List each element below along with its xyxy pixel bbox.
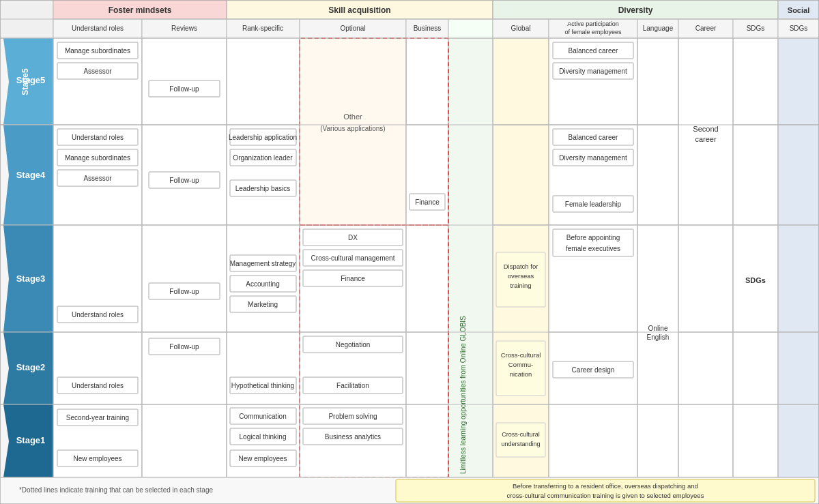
svg-text:Leadership application: Leadership application: [229, 134, 297, 141]
svg-rect-197: [733, 404, 778, 477]
svg-text:Negotiation: Negotiation: [336, 341, 371, 349]
svg-text:overseas: overseas: [508, 272, 534, 280]
svg-text:Second-year training: Second-year training: [66, 414, 129, 421]
svg-text:Reviews: Reviews: [171, 25, 197, 32]
svg-text:Balanced career: Balanced career: [569, 47, 618, 55]
svg-text:New employees: New employees: [238, 455, 287, 462]
svg-rect-123: [406, 225, 448, 332]
svg-text:Other: Other: [343, 113, 362, 121]
svg-text:Organization leader: Organization leader: [233, 154, 293, 162]
svg-text:Social: Social: [788, 6, 809, 14]
svg-rect-191: [496, 423, 545, 457]
svg-text:Online: Online: [648, 325, 668, 332]
svg-rect-176: [142, 404, 227, 477]
svg-rect-139: [778, 225, 819, 332]
svg-text:Commu-: Commu-: [508, 361, 533, 368]
svg-rect-94: [637, 125, 678, 225]
svg-text:Second: Second: [693, 125, 718, 133]
svg-text:Stage5: Stage5: [16, 75, 46, 85]
svg-text:Stage2: Stage2: [16, 362, 46, 372]
svg-text:Business analytics: Business analytics: [325, 433, 381, 441]
svg-text:Follow-up: Follow-up: [169, 177, 199, 184]
svg-text:Manage subordinates: Manage subordinates: [65, 154, 130, 162]
svg-text:Accounting: Accounting: [246, 280, 279, 288]
svg-rect-199: [448, 38, 493, 477]
svg-text:Understand roles: Understand roles: [72, 382, 124, 389]
svg-text:Before transferring to a resid: Before transferring to a resident office…: [513, 482, 698, 490]
svg-text:DX: DX: [348, 234, 358, 241]
svg-rect-196: [678, 404, 733, 477]
svg-text:Cross-cultural management: Cross-cultural management: [311, 254, 395, 262]
svg-text:Diversity management: Diversity management: [559, 154, 627, 162]
svg-text:Finance: Finance: [341, 275, 365, 282]
svg-text:Career design: Career design: [572, 366, 615, 374]
svg-text:Career: Career: [695, 25, 717, 32]
svg-text:English: English: [647, 333, 670, 341]
svg-text:Follow-up: Follow-up: [169, 288, 199, 295]
svg-text:Stage1: Stage1: [16, 435, 46, 445]
svg-rect-158: [496, 341, 545, 396]
svg-text:Assessor: Assessor: [83, 175, 112, 182]
svg-text:Cross-cultural: Cross-cultural: [501, 351, 541, 359]
svg-rect-166: [733, 332, 778, 404]
svg-rect-50: [493, 38, 549, 125]
svg-text:Logical thinking: Logical thinking: [240, 433, 287, 441]
svg-rect-49: [406, 38, 448, 125]
svg-text:Global: Global: [511, 25, 531, 32]
svg-text:Understand roles: Understand roles: [72, 25, 124, 32]
svg-rect-157: [406, 332, 448, 404]
svg-text:Diversity: Diversity: [618, 5, 653, 15]
svg-rect-189: [406, 404, 448, 477]
svg-text:Finance: Finance: [415, 198, 440, 206]
svg-text:Marketing: Marketing: [248, 301, 278, 308]
svg-text:Cross-cultural: Cross-cultural: [502, 431, 540, 438]
svg-text:Diversity management: Diversity management: [559, 68, 627, 75]
svg-rect-194: [549, 404, 637, 477]
svg-rect-106: [142, 225, 227, 332]
svg-text:Follow-up: Follow-up: [169, 343, 199, 351]
svg-text:Management strategy: Management strategy: [230, 260, 296, 267]
svg-text:Rank-specific: Rank-specific: [242, 25, 283, 32]
svg-rect-198: [778, 404, 819, 477]
svg-rect-125: [496, 252, 545, 307]
svg-text:career: career: [695, 135, 717, 143]
svg-text:Facilitation: Facilitation: [336, 382, 369, 389]
svg-text:training: training: [510, 282, 531, 289]
svg-rect-167: [778, 332, 819, 404]
svg-text:Balanced career: Balanced career: [569, 134, 618, 141]
svg-text:Understand roles: Understand roles: [72, 311, 124, 318]
svg-rect-47: [227, 38, 300, 125]
svg-rect-99: [778, 125, 819, 225]
svg-text:Foster mindsets: Foster mindsets: [109, 5, 172, 15]
main-container: Foster mindsets Skill acquisition Divers…: [0, 0, 819, 504]
svg-text:Before appointing: Before appointing: [566, 234, 620, 241]
svg-text:Language: Language: [643, 25, 674, 32]
svg-text:Active participation: Active participation: [567, 20, 619, 27]
svg-rect-59: [778, 38, 819, 125]
svg-text:*Dotted lines indicate trainin: *Dotted lines indicate training that can…: [19, 486, 214, 494]
svg-text:Female leadership: Female leadership: [565, 201, 622, 208]
svg-text:SDGs: SDGs: [745, 276, 766, 284]
svg-rect-165: [678, 332, 733, 404]
svg-text:Stage4: Stage4: [16, 170, 46, 180]
svg-text:Stage3: Stage3: [16, 273, 46, 284]
svg-rect-56: [637, 38, 678, 125]
svg-text:Manage subordinates: Manage subordinates: [65, 47, 130, 55]
svg-text:cross-cultural communication t: cross-cultural communication training is…: [507, 492, 704, 499]
svg-text:Assessor: Assessor: [83, 68, 112, 75]
svg-rect-98: [733, 125, 778, 225]
svg-text:nication: nication: [510, 370, 532, 378]
svg-rect-195: [637, 404, 678, 477]
svg-text:Business: Business: [414, 25, 442, 32]
svg-text:Leadership basics: Leadership basics: [235, 185, 291, 192]
svg-rect-130: [553, 229, 633, 256]
svg-rect-133: [637, 225, 678, 421]
svg-text:(Various applications): (Various applications): [320, 125, 385, 132]
svg-rect-136: [678, 225, 733, 332]
svg-text:New employees: New employees: [73, 455, 121, 462]
svg-text:understanding: understanding: [501, 441, 540, 447]
svg-text:Communication: Communication: [239, 413, 286, 420]
svg-text:Optional: Optional: [340, 25, 365, 32]
svg-text:Hypothetical thinking: Hypothetical thinking: [231, 382, 294, 389]
svg-text:Problem solving: Problem solving: [328, 413, 377, 420]
